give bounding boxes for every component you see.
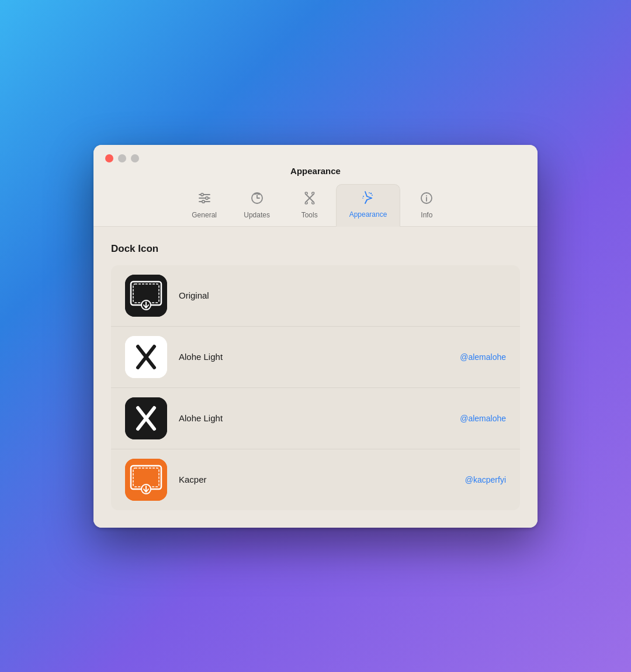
sliders-icon [197,191,212,207]
tab-tools[interactable]: Tools [283,185,336,226]
kacper-icon [125,459,167,501]
svg-point-20 [426,195,427,196]
list-item[interactable]: Kacper @kacperfyi [111,449,520,510]
alohe-light-white-icon [125,336,167,378]
icon-attribution-alohe-black[interactable]: @alemalohe [460,414,506,423]
tab-updates[interactable]: Updates [231,185,283,226]
tab-updates-label: Updates [244,211,270,219]
sparkles-icon [361,190,375,207]
tab-appearance-label: Appearance [349,210,387,219]
svg-point-13 [370,192,372,193]
alohe-light-black-icon [125,397,167,439]
svg-line-11 [367,198,372,200]
refresh-icon [250,191,264,207]
traffic-lights [105,154,139,162]
svg-point-15 [369,192,370,193]
icon-name-alohe-black: Alohe Light [179,413,448,423]
original-icon [125,275,167,317]
icon-attribution-alohe-white[interactable]: @alemalohe [460,352,506,362]
maximize-button[interactable] [131,154,139,162]
app-window: Appearance General [93,145,538,528]
tab-info-label: Info [421,211,432,219]
titlebar: Appearance General [93,145,538,227]
svg-point-16 [363,196,364,197]
info-icon [419,191,434,207]
tab-general-label: General [192,211,217,219]
svg-point-5 [202,200,204,202]
list-item[interactable]: Original [111,265,520,327]
icon-name-alohe-white: Alohe Light [179,352,448,362]
svg-point-3 [200,193,203,195]
minimize-button[interactable] [118,154,126,162]
section-title: Dock Icon [111,243,520,255]
svg-line-12 [365,200,367,203]
svg-point-4 [205,196,207,199]
close-button[interactable] [105,154,113,162]
content-area: Dock Icon Origi [93,227,538,528]
tab-tools-label: Tools [301,211,318,219]
tab-general[interactable]: General [178,185,231,226]
list-item[interactable]: Alohe Light @alemalohe [111,388,520,449]
tab-appearance[interactable]: Appearance [336,184,401,227]
svg-line-9 [365,192,367,196]
window-title: Appearance [290,166,341,176]
icon-name-kacper: Kacper [179,474,453,484]
svg-point-17 [362,198,363,199]
icon-list: Original Alohe Light @alemalohe [111,265,520,510]
icon-name-original: Original [179,290,494,300]
icon-attribution-kacper[interactable]: @kacperfyi [465,475,506,484]
svg-point-14 [372,195,373,196]
toolbar: General Updates [105,184,526,226]
tab-info[interactable]: Info [400,185,453,226]
list-item[interactable]: Alohe Light @alemalohe [111,327,520,388]
tools-icon [303,191,317,207]
